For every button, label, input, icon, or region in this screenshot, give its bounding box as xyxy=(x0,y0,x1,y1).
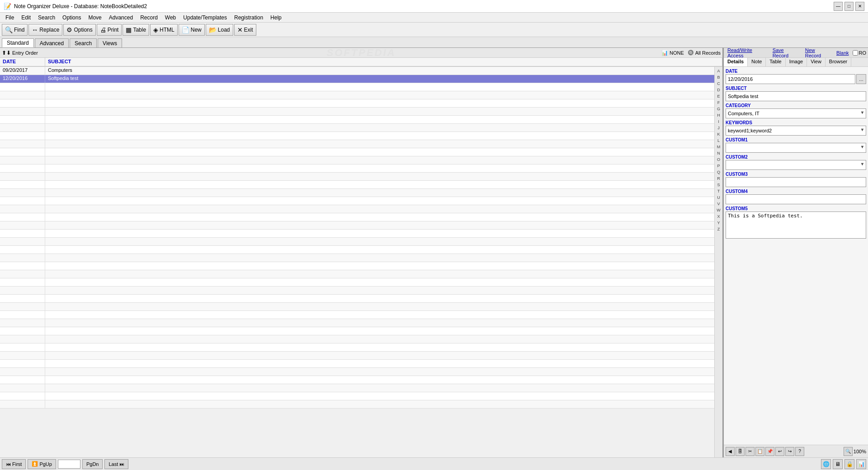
menu-help[interactable]: Help xyxy=(267,14,285,22)
empty-row[interactable] xyxy=(0,108,714,116)
minimize-button[interactable]: — xyxy=(834,2,843,11)
new-record-action[interactable]: New Record xyxy=(803,47,833,59)
empty-row[interactable] xyxy=(0,335,714,343)
alpha-a[interactable]: A xyxy=(715,68,722,74)
menu-advanced[interactable]: Advanced xyxy=(105,14,137,22)
empty-row[interactable] xyxy=(0,116,714,124)
details-copy-button[interactable]: 📋 xyxy=(755,447,764,456)
menu-options[interactable]: Options xyxy=(59,14,85,22)
tab-standard[interactable]: Standard xyxy=(2,38,34,47)
pgdn-button[interactable]: PgDn xyxy=(82,459,103,469)
status-icon-1[interactable]: 🌐 xyxy=(821,459,831,469)
details-tab-details[interactable]: Details xyxy=(724,58,748,66)
empty-row[interactable] xyxy=(0,124,714,132)
menu-update-templates[interactable]: Update/Templates xyxy=(179,14,231,22)
custom3-input[interactable] xyxy=(726,177,866,187)
empty-row[interactable] xyxy=(0,181,714,189)
date-input[interactable] xyxy=(726,74,855,84)
alpha-k[interactable]: K xyxy=(715,131,722,137)
alpha-c[interactable]: C xyxy=(715,80,722,87)
exit-button[interactable]: ✕ Exit xyxy=(234,24,256,36)
empty-row[interactable] xyxy=(0,148,714,156)
empty-row[interactable] xyxy=(0,197,714,205)
menu-registration[interactable]: Registration xyxy=(231,14,267,22)
empty-row[interactable] xyxy=(0,343,714,352)
keywords-select[interactable]: keyword1;keyword2 xyxy=(726,126,866,136)
empty-row[interactable] xyxy=(0,238,714,246)
details-back-button[interactable]: ◀ xyxy=(726,447,735,456)
empty-row[interactable] xyxy=(0,213,714,221)
last-button[interactable]: Last ⏭ xyxy=(104,459,128,469)
html-button[interactable]: ◈ HTML xyxy=(150,24,178,36)
empty-row[interactable] xyxy=(0,99,714,108)
details-help-button[interactable]: ? xyxy=(795,447,804,456)
empty-row[interactable] xyxy=(0,311,714,319)
tab-views[interactable]: Views xyxy=(98,38,122,47)
empty-row[interactable] xyxy=(0,384,714,392)
tab-search[interactable]: Search xyxy=(70,38,97,47)
custom4-input[interactable] xyxy=(726,194,866,204)
details-tab-note[interactable]: Note xyxy=(748,58,766,66)
status-icon-2[interactable]: 🖥 xyxy=(833,459,843,469)
custom2-select[interactable] xyxy=(726,160,866,170)
empty-row[interactable] xyxy=(0,91,714,99)
empty-row[interactable] xyxy=(0,400,714,409)
col-header-date[interactable]: DATE xyxy=(0,58,45,66)
empty-row[interactable] xyxy=(0,140,714,148)
category-select[interactable]: Computers, IT xyxy=(726,108,866,118)
custom5-textarea[interactable]: This is a Softpedia test. xyxy=(726,212,866,239)
menu-file[interactable]: File xyxy=(2,14,18,22)
new-button[interactable]: 📄 New xyxy=(179,24,205,36)
alpha-l[interactable]: L xyxy=(715,137,722,144)
alpha-h[interactable]: H xyxy=(715,112,722,118)
alpha-s[interactable]: S xyxy=(715,182,722,188)
empty-row[interactable] xyxy=(0,270,714,278)
page-number-input[interactable] xyxy=(58,460,80,469)
empty-row[interactable] xyxy=(0,189,714,197)
menu-search[interactable]: Search xyxy=(34,14,59,22)
alpha-m[interactable]: M xyxy=(715,144,722,150)
empty-row[interactable] xyxy=(0,278,714,287)
find-button[interactable]: 🔍 Find xyxy=(2,24,28,36)
date-picker-button[interactable]: … xyxy=(856,74,866,84)
alpha-w[interactable]: W xyxy=(715,207,722,213)
ro-checkbox[interactable] xyxy=(853,50,858,56)
empty-row[interactable] xyxy=(0,230,714,238)
close-button[interactable]: ✕ xyxy=(855,2,864,11)
menu-web[interactable]: Web xyxy=(161,14,179,22)
alpha-r[interactable]: R xyxy=(715,175,722,182)
alpha-u[interactable]: U xyxy=(715,194,722,201)
maximize-button[interactable]: □ xyxy=(844,2,854,11)
table-row[interactable]: 12/20/2016 Softpedia test xyxy=(0,75,714,83)
alpha-i[interactable]: I xyxy=(715,118,722,125)
details-tab-image[interactable]: Image xyxy=(786,58,807,66)
alpha-t[interactable]: T xyxy=(715,188,722,194)
details-tab-table[interactable]: Table xyxy=(766,58,785,66)
alpha-z[interactable]: Z xyxy=(715,226,722,232)
table-row[interactable]: 09/20/2017 Computers xyxy=(0,67,714,75)
empty-row[interactable] xyxy=(0,360,714,368)
subject-input[interactable] xyxy=(726,91,866,101)
empty-row[interactable] xyxy=(0,352,714,360)
menu-move[interactable]: Move xyxy=(85,14,105,22)
options-button[interactable]: ⚙ Options xyxy=(63,24,95,36)
zoom-out-button[interactable]: 🔍 xyxy=(844,447,853,456)
empty-row[interactable] xyxy=(0,246,714,254)
alpha-f[interactable]: F xyxy=(715,99,722,106)
alpha-j[interactable]: J xyxy=(715,125,722,131)
alpha-p[interactable]: P xyxy=(715,163,722,169)
empty-row[interactable] xyxy=(0,303,714,311)
table-button[interactable]: ▦ Table xyxy=(123,24,149,36)
replace-button[interactable]: ↔ Replace xyxy=(28,24,62,36)
empty-row[interactable] xyxy=(0,295,714,303)
empty-row[interactable] xyxy=(0,164,714,173)
blank-action[interactable]: Blank xyxy=(835,50,851,56)
empty-row[interactable] xyxy=(0,205,714,213)
empty-row[interactable] xyxy=(0,368,714,376)
details-tab-browser[interactable]: Browser xyxy=(826,58,851,66)
alpha-q[interactable]: Q xyxy=(715,169,722,175)
read-write-action[interactable]: Read/Write Access xyxy=(726,47,769,59)
empty-row[interactable] xyxy=(0,392,714,400)
col-header-subject[interactable]: SUBJECT xyxy=(45,58,722,66)
empty-row[interactable] xyxy=(0,319,714,327)
